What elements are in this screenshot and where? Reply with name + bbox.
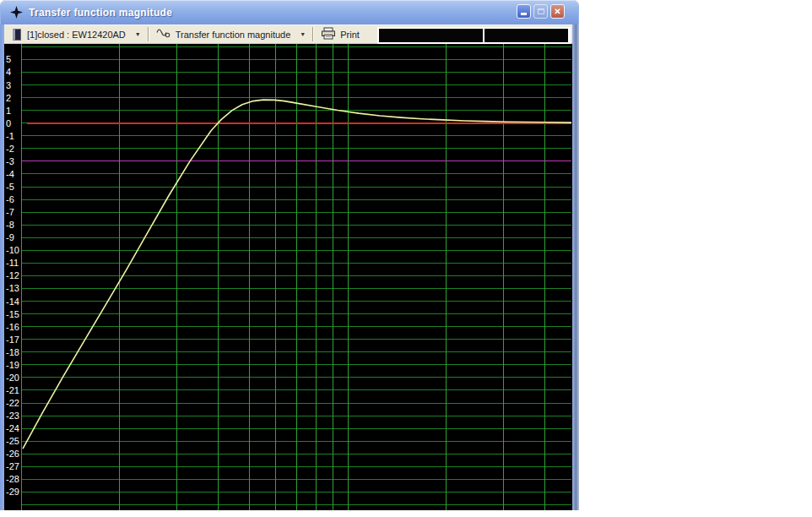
- sine-wave-icon: [156, 28, 171, 41]
- y-tick-label: -12: [6, 269, 23, 281]
- y-tick-label: -4: [6, 168, 23, 180]
- y-tick-label: 4: [6, 66, 23, 78]
- y-tick-label: -1: [6, 130, 23, 142]
- box-model-icon: [13, 29, 21, 41]
- y-tick-label: 0: [6, 117, 23, 129]
- titlebar[interactable]: Transfer function magnitude ✕: [0, 0, 579, 24]
- y-tick-label: -26: [6, 448, 23, 460]
- transfer-function-chart: [4, 44, 572, 510]
- y-tick-label: -8: [6, 219, 23, 231]
- y-tick-label: -14: [6, 296, 23, 307]
- maximize-icon: [538, 8, 544, 14]
- y-tick-label: -10: [6, 244, 23, 256]
- minimize-icon: [521, 13, 527, 15]
- y-tick-label: -7: [6, 206, 23, 218]
- y-tick-label: 3: [6, 79, 23, 91]
- y-tick-label: -2: [6, 143, 23, 155]
- y-tick-label: -13: [6, 282, 23, 294]
- y-tick-label: -19: [6, 359, 23, 371]
- y-tick-label: -29: [6, 486, 23, 498]
- y-tick-label: -27: [6, 460, 23, 472]
- y-tick-label: -18: [6, 346, 23, 358]
- window-border-left: [0, 24, 4, 510]
- move-cross-icon: [10, 6, 23, 19]
- y-tick-label: 5: [6, 53, 23, 65]
- readout-panel-left: [379, 29, 483, 42]
- plot-area: 543210-1-2-3-4-5-6-7-8-9-10-11-12-13-14-…: [4, 44, 572, 510]
- view-dropdown-arrow-icon[interactable]: ▼: [300, 31, 306, 37]
- minimize-button[interactable]: [517, 4, 531, 19]
- toolbar-separator: [312, 27, 314, 41]
- y-tick-label: -28: [6, 473, 23, 485]
- readout-panels: [377, 27, 571, 44]
- y-tick-label: -3: [6, 155, 23, 167]
- y-tick-label: -24: [6, 422, 23, 434]
- y-tick-label: -16: [6, 321, 23, 333]
- readout-panel-right: [484, 29, 568, 42]
- y-tick-label: -22: [6, 397, 23, 409]
- y-tick-label: -5: [6, 181, 23, 193]
- close-button[interactable]: ✕: [550, 4, 565, 19]
- y-tick-label: -9: [6, 231, 23, 243]
- y-tick-label: -11: [6, 257, 23, 269]
- project-dropdown-arrow-icon[interactable]: ▼: [135, 31, 141, 37]
- app-window: Transfer function magnitude ✕ [1]closed …: [0, 0, 579, 510]
- y-tick-label: -25: [6, 435, 23, 447]
- printer-icon: [321, 27, 336, 41]
- project-selector[interactable]: [1]closed : EW12420AD: [27, 30, 126, 40]
- toolbar: [1]closed : EW12420AD ▼ Transfer functio…: [4, 24, 572, 44]
- print-button[interactable]: Print: [340, 30, 360, 40]
- screenshot-canvas: Transfer function magnitude ✕ [1]closed …: [0, 0, 812, 517]
- y-tick-label: -21: [6, 384, 23, 396]
- y-tick-label: -15: [6, 308, 23, 320]
- y-tick-label: -6: [6, 193, 23, 205]
- y-tick-label: 2: [6, 92, 23, 104]
- y-tick-label: -23: [6, 410, 23, 422]
- toolbar-separator: [148, 27, 149, 41]
- window-title: Transfer function magnitude: [29, 7, 172, 19]
- view-selector[interactable]: Transfer function magnitude: [176, 30, 291, 40]
- window-border-right: [572, 24, 579, 510]
- maximize-button[interactable]: [533, 4, 548, 19]
- y-tick-label: 1: [6, 105, 23, 117]
- y-tick-label: -17: [6, 334, 23, 346]
- y-tick-label: -20: [6, 372, 23, 384]
